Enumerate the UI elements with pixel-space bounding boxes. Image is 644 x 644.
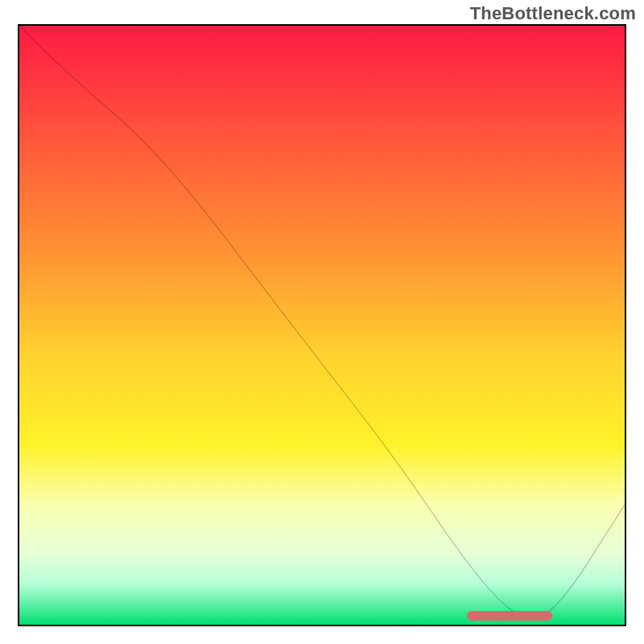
optimal-range-bar	[467, 611, 551, 621]
watermark-text: TheBottleneck.com	[470, 3, 636, 24]
plot-frame	[18, 24, 626, 626]
chart-container: TheBottleneck.com	[0, 0, 644, 644]
bottleneck-curve	[19, 26, 625, 625]
